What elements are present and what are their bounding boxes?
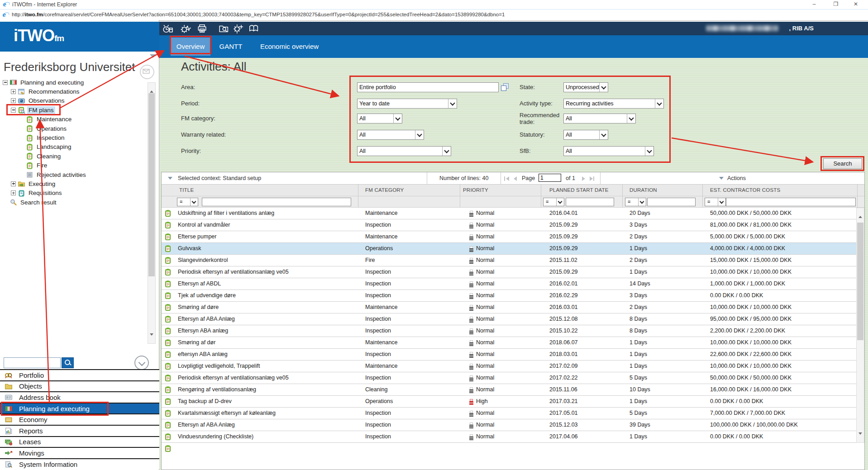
sidebar-search-button[interactable] [62, 357, 74, 368]
tree-item-fm-plans[interactable]: FM plans [2, 105, 147, 114]
filter-operator-select[interactable]: = [705, 198, 726, 206]
table-scrollbar-thumb[interactable] [857, 223, 863, 340]
table-row[interactable]: SlangevinderkontrolFireNormal2015.11.022… [162, 255, 856, 266]
maximize-button[interactable]: ❐ [827, 0, 844, 9]
gear-activity-icon[interactable] [180, 24, 191, 33]
collapse-icon[interactable] [11, 108, 16, 113]
column-header-duration[interactable]: DURATION [630, 187, 657, 193]
sidebar-item-leases[interactable]: Leases [0, 436, 159, 447]
filter-select-fm-category[interactable]: All [357, 114, 402, 123]
chevron-down-icon[interactable] [599, 83, 608, 92]
filter-operator-select[interactable]: = [177, 198, 198, 206]
tree-item-label[interactable]: Recommendations [27, 88, 81, 95]
tree-scrollbar[interactable] [148, 82, 156, 344]
chevron-down-icon[interactable] [442, 147, 451, 156]
tab-gantt[interactable]: GANTT [215, 38, 246, 56]
tree-item-label[interactable]: Planning and executing [19, 79, 85, 86]
last-page-icon[interactable] [589, 176, 595, 181]
expand-icon[interactable] [11, 190, 16, 195]
tree-item-maintenance[interactable]: Maintenance [2, 115, 147, 124]
sidebar-item-address-book[interactable]: Address book [0, 391, 159, 403]
tree-item-requisitions[interactable]: Requisitions [2, 189, 147, 198]
selected-context-label[interactable]: Selected context: Standard setup [178, 175, 261, 181]
tree-item-label[interactable]: Executing [27, 180, 57, 188]
page-input[interactable] [539, 174, 561, 182]
column-filter-input[interactable] [647, 198, 696, 206]
column-filter-input[interactable] [202, 198, 351, 206]
scroll-down-icon[interactable] [857, 435, 864, 442]
tree-item-operations[interactable]: Operations [2, 124, 147, 133]
table-scrollbar[interactable] [856, 208, 864, 443]
actions-label[interactable]: Actions [727, 175, 746, 181]
chevron-down-icon[interactable] [655, 99, 663, 108]
tree-item-label[interactable]: Rejected activities [35, 171, 87, 179]
expand-icon[interactable] [11, 181, 16, 186]
chevron-down-icon[interactable] [627, 114, 635, 123]
table-row[interactable]: GulvvaskOperationsNormal2015.09.291 Days… [162, 243, 856, 255]
first-page-icon[interactable] [504, 176, 510, 181]
table-row[interactable]: Eftersyn af ABA AnlægInspectionNormal201… [162, 419, 856, 431]
panel-collapse-icon[interactable] [150, 54, 156, 58]
scroll-down-icon[interactable] [148, 336, 155, 343]
table-row[interactable]: Udskiftning af filter i ventilations anl… [162, 208, 856, 219]
prev-page-icon[interactable] [512, 176, 519, 181]
table-row[interactable]: Tjek af udvendige døreInspectionNormal20… [162, 290, 856, 302]
tree-item-label[interactable]: Landscaping [35, 143, 73, 151]
filter-operator-select[interactable]: = [625, 198, 646, 206]
table-row[interactable]: Kvartalsmæssigt eftersyn af køleanlægIns… [162, 408, 856, 419]
tree-item-label[interactable]: FM plans [27, 106, 55, 114]
tree-item-label[interactable]: Search result [19, 199, 58, 206]
filter-select-sfb[interactable]: All [563, 146, 654, 156]
tab-overview[interactable]: Overview [171, 38, 210, 56]
expand-icon[interactable] [11, 89, 16, 94]
column-filter-input[interactable] [566, 198, 614, 206]
tree-item-recommendations[interactable]: Recommendations [2, 87, 147, 96]
next-page-icon[interactable] [581, 176, 587, 181]
envelope-icon[interactable] [140, 65, 154, 79]
sidebar-item-reports[interactable]: Reports [0, 425, 159, 436]
expand-icon[interactable] [11, 98, 16, 103]
tree-scrollbar-thumb[interactable] [148, 93, 155, 276]
tree-item-inspection[interactable]: Inspection [2, 133, 147, 142]
column-header-est-contractor-costs[interactable]: EST. CONTRACTOR COSTS [710, 187, 780, 193]
table-row[interactable]: Smøring af dørMaintenanceNormal2018.06.0… [162, 337, 856, 349]
url-text[interactable]: http://itwo.fm/corefmareal/servlet/CoreF… [12, 12, 505, 17]
table-row[interactable]: Eftersyn af ABA AnlægInspectionNormal201… [162, 313, 856, 325]
chevron-down-icon[interactable] [645, 147, 653, 156]
table-row[interactable]: Periodisk eftersyn af ventilationsanlæg … [162, 266, 856, 278]
column-header-priority[interactable]: PRIORITY [463, 187, 488, 193]
context-dropdown-icon[interactable] [168, 177, 172, 180]
collapse-icon[interactable] [3, 80, 8, 85]
filter-select-state[interactable]: Unprocessed [563, 82, 608, 92]
tree-item-label[interactable]: Requisitions [27, 189, 63, 197]
tree-item-label[interactable]: Maintenance [35, 115, 73, 123]
tree-item-observations[interactable]: Observations [2, 96, 147, 105]
chevron-down-icon[interactable] [393, 114, 402, 123]
scroll-up-icon[interactable] [857, 208, 864, 216]
scroll-up-icon[interactable] [148, 83, 155, 90]
tree-item-fire[interactable]: Fire [2, 161, 147, 170]
filter-select-period[interactable]: Year to date [357, 99, 457, 109]
sidebar-item-planning-and-executing[interactable]: Planning and executing [0, 403, 159, 414]
filter-select-activity-type[interactable]: Recurring activities [563, 99, 664, 109]
sidebar-item-movings[interactable]: Movings [0, 447, 159, 458]
chevron-down-icon[interactable] [599, 130, 608, 139]
gear-add-icon[interactable] [233, 24, 243, 33]
chevron-down-icon[interactable] [448, 99, 457, 108]
table-row[interactable]: Vinduesrundering (Checkliste)InspectionN… [162, 431, 856, 443]
table-row[interactable]: Eftersyn ABA anlægInspectionNormal2015.1… [162, 325, 856, 337]
tree-item-planning-and-executing[interactable]: Planning and executing [2, 78, 147, 87]
column-filter-input[interactable] [726, 198, 856, 206]
tree-item-label[interactable]: Fire [35, 161, 48, 169]
column-header-title[interactable]: TITLE [179, 187, 194, 193]
print-icon[interactable] [196, 24, 207, 33]
area-picker-icon[interactable] [501, 83, 509, 91]
tab-economic-overview[interactable]: Economic overview [250, 38, 329, 56]
tree-item-executing[interactable]: Executing [2, 179, 147, 188]
column-header-planned-start-date[interactable]: PLANNED START DATE [549, 187, 609, 193]
filter-select-warranty-related[interactable]: All [357, 130, 424, 140]
sidebar-item-economy[interactable]: Economy [0, 413, 159, 425]
table-row[interactable]: Rengøring af ventilationsanlægCleaningNo… [162, 384, 856, 396]
sidebar-search-input[interactable] [4, 357, 61, 368]
tree-item-label[interactable]: Cleaning [35, 152, 62, 160]
